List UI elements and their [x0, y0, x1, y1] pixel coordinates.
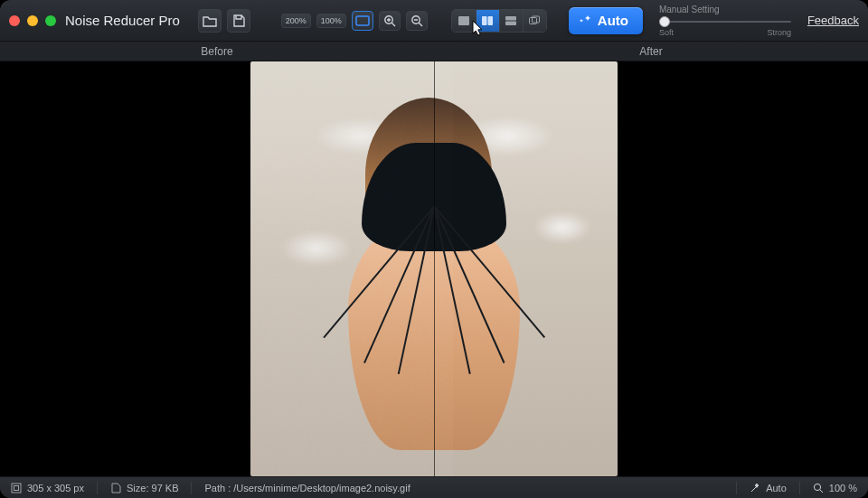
minimize-window-button[interactable] — [27, 15, 38, 26]
view-single-button[interactable] — [452, 10, 476, 32]
status-bar: 305 x 305 px Size: 97 KB Path : /Users/m… — [0, 476, 868, 498]
svg-rect-6 — [505, 16, 516, 21]
view-split-vertical-button[interactable] — [476, 10, 499, 32]
view-mode-switcher — [451, 9, 547, 33]
open-file-button[interactable] — [198, 9, 222, 33]
zoom-window-button[interactable] — [45, 15, 56, 26]
fit-screen-button[interactable] — [352, 11, 373, 31]
save-file-button[interactable] — [227, 9, 250, 33]
preview-image — [250, 61, 618, 476]
image-canvas[interactable] — [0, 61, 868, 476]
window-controls — [9, 15, 56, 26]
close-window-button[interactable] — [9, 15, 20, 26]
svg-rect-10 — [12, 484, 21, 493]
status-filesize: Size: 97 KB — [110, 483, 178, 493]
manual-setting-group: Manual Setting Soft Strong — [659, 5, 791, 37]
wand-icon — [750, 483, 760, 493]
view-split-horizontal-button[interactable] — [499, 10, 523, 32]
svg-rect-7 — [505, 21, 516, 25]
disk-icon — [110, 483, 121, 493]
svg-rect-11 — [14, 485, 19, 490]
zoom-100-button[interactable]: 100% — [316, 14, 346, 28]
manual-setting-slider[interactable] — [659, 16, 791, 27]
zoom-out-button[interactable] — [406, 11, 428, 31]
slider-low-label: Soft — [659, 28, 674, 37]
status-dimensions: 305 x 305 px — [11, 483, 84, 493]
compare-split-handle[interactable] — [434, 61, 435, 476]
status-path: Path : /Users/minime/Desktop/image2.nois… — [204, 483, 723, 493]
wand-icon — [580, 14, 592, 27]
dimensions-icon — [11, 483, 22, 493]
zoom-in-button[interactable] — [379, 11, 401, 31]
app-title: Noise Reducer Pro — [65, 13, 180, 28]
svg-rect-0 — [356, 16, 369, 25]
zoom-200-button[interactable]: 200% — [281, 14, 311, 28]
after-label: After — [434, 42, 868, 61]
svg-point-12 — [814, 484, 820, 490]
before-label: Before — [0, 42, 434, 61]
status-auto-button[interactable]: Auto — [750, 483, 787, 493]
toolbar: Noise Reducer Pro 200% 100% — [0, 0, 868, 42]
svg-rect-4 — [482, 16, 487, 25]
compare-header: Before After — [0, 42, 868, 61]
view-dual-button[interactable] — [523, 10, 546, 32]
auto-button-label: Auto — [598, 13, 628, 28]
svg-rect-3 — [458, 16, 469, 25]
auto-button[interactable]: Auto — [569, 7, 643, 34]
slider-high-label: Strong — [767, 28, 791, 37]
status-zoom-button[interactable]: 100 % — [813, 483, 857, 493]
feedback-link[interactable]: Feedback — [807, 14, 859, 27]
magnifier-icon — [813, 483, 824, 493]
manual-setting-title: Manual Setting — [659, 5, 791, 14]
slider-thumb[interactable] — [659, 16, 670, 27]
svg-rect-5 — [488, 16, 494, 25]
